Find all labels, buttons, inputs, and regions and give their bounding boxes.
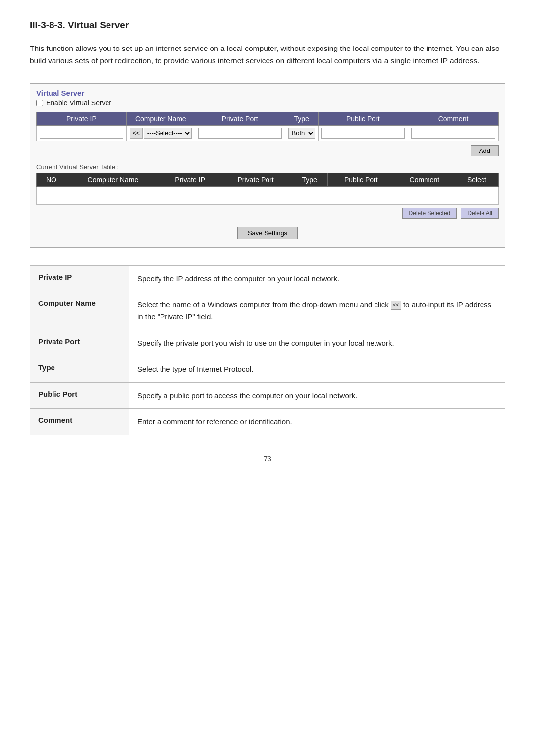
save-settings-button[interactable]: Save Settings xyxy=(237,227,298,239)
inline-arrow-icon: << xyxy=(391,301,401,310)
save-row: Save Settings xyxy=(36,227,499,239)
enable-checkbox[interactable] xyxy=(36,100,43,106)
col-computer-name-cur: Computer Name xyxy=(66,173,160,186)
ref-desc-private-port: Specify the private port you wish to use… xyxy=(129,330,505,356)
comment-input[interactable] xyxy=(411,128,495,139)
ref-desc-comment: Enter a comment for reference or identif… xyxy=(129,408,505,435)
ref-desc-type: Select the type of Internet Protocol. xyxy=(129,356,505,382)
ref-row-type: Type Select the type of Internet Protoco… xyxy=(30,356,505,382)
virtual-server-panel: Virtual Server Enable Virtual Server Pri… xyxy=(30,83,505,248)
ref-term-public-port: Public Port xyxy=(30,382,129,408)
computer-name-cell: << ----Select---- xyxy=(130,128,192,139)
delete-selected-button[interactable]: Delete Selected xyxy=(402,208,457,219)
reference-table: Private IP Specify the IP address of the… xyxy=(30,265,505,435)
ref-term-private-port: Private Port xyxy=(30,330,129,356)
ref-row-comment: Comment Enter a comment for reference or… xyxy=(30,408,505,435)
col-comment: Comment xyxy=(408,112,498,125)
col-comment-cur: Comment xyxy=(394,173,455,186)
ref-term-comment: Comment xyxy=(30,408,129,435)
ref-desc-computer-name: Select the name of a Windows computer fr… xyxy=(129,292,505,330)
ref-row-public-port: Public Port Specify a public port to acc… xyxy=(30,382,505,408)
col-type-cur: Type xyxy=(291,173,328,186)
col-computer-name: Computer Name xyxy=(126,112,195,125)
enable-row: Enable Virtual Server xyxy=(36,99,499,107)
public-port-input[interactable] xyxy=(321,128,405,139)
private-ip-input[interactable] xyxy=(40,128,123,139)
page-heading: III-3-8-3. Virtual Server xyxy=(30,20,505,31)
col-private-port-cur: Private Port xyxy=(220,173,291,186)
computer-name-select[interactable]: ----Select---- xyxy=(144,128,192,139)
form-table: Private IP Computer Name Private Port Ty… xyxy=(36,112,499,141)
col-select-cur: Select xyxy=(455,173,498,186)
col-private-ip: Private IP xyxy=(37,112,127,125)
col-type: Type xyxy=(285,112,318,125)
ref-desc-private-ip: Specify the IP address of the computer o… xyxy=(129,265,505,292)
empty-row xyxy=(37,186,499,204)
intro-paragraph: This function allows you to set up an in… xyxy=(30,43,505,67)
current-server-table: NO Computer Name Private IP Private Port… xyxy=(36,173,499,205)
page-number: 73 xyxy=(30,455,505,463)
type-select[interactable]: Both TCP UDP xyxy=(288,128,315,139)
form-input-row: << ----Select---- Both TCP UDP xyxy=(37,125,499,141)
col-no: NO xyxy=(37,173,66,186)
current-table-label: Current Virtual Server Table : xyxy=(36,163,499,171)
panel-title: Virtual Server xyxy=(36,89,499,97)
ref-desc-public-port: Specify a public port to access the comp… xyxy=(129,382,505,408)
delete-row: Delete Selected Delete All xyxy=(36,208,499,219)
arrow-button[interactable]: << xyxy=(130,128,143,139)
add-button[interactable]: Add xyxy=(471,145,499,156)
delete-all-button[interactable]: Delete All xyxy=(461,208,499,219)
ref-row-private-port: Private Port Specify the private port yo… xyxy=(30,330,505,356)
ref-term-type: Type xyxy=(30,356,129,382)
col-public-port-cur: Public Port xyxy=(328,173,394,186)
private-port-input[interactable] xyxy=(198,128,282,139)
col-private-ip-cur: Private IP xyxy=(160,173,220,186)
ref-term-computer-name: Computer Name xyxy=(30,292,129,330)
ref-row-computer-name: Computer Name Select the name of a Windo… xyxy=(30,292,505,330)
col-private-port: Private Port xyxy=(195,112,285,125)
ref-row-private-ip: Private IP Specify the IP address of the… xyxy=(30,265,505,292)
ref-term-private-ip: Private IP xyxy=(30,265,129,292)
col-public-port: Public Port xyxy=(318,112,408,125)
enable-label: Enable Virtual Server xyxy=(46,99,111,107)
